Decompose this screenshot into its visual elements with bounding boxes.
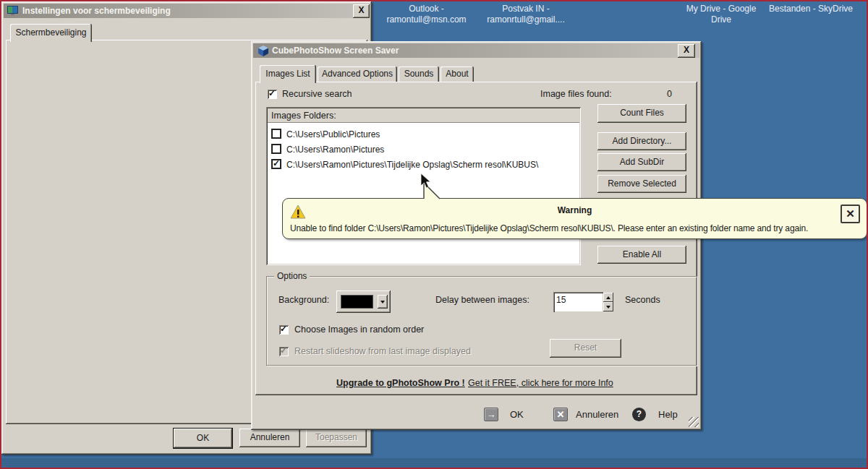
close-icon[interactable]: X [353, 4, 370, 18]
close-icon[interactable]: X [678, 44, 695, 58]
warning-balloon: Warning Unable to find folder C:\Users\R… [282, 198, 867, 239]
recursive-search-checkbox[interactable] [268, 90, 277, 99]
cancel-x-icon[interactable]: ✕ [553, 408, 568, 421]
folder-path: C:\Users\Ramon\Pictures [286, 145, 384, 155]
browser-tab-outlook[interactable]: Outlook - ramontull@msn.com [374, 4, 479, 25]
folder-checkbox[interactable] [271, 144, 281, 154]
ok-button[interactable]: OK [174, 429, 232, 448]
restart-slideshow-checkbox [279, 347, 289, 356]
free-info-link[interactable]: Get it FREE, click here for more Info [468, 378, 613, 388]
settings-dialog-titlebar[interactable]: Instellingen voor schermbeveiliging [4, 4, 370, 18]
spin-up-icon[interactable] [603, 293, 613, 302]
chevron-down-icon[interactable] [378, 295, 388, 309]
dialog-ok-button[interactable]: OK [510, 409, 524, 420]
add-directory-button[interactable]: Add Directory... [597, 132, 686, 150]
mouse-cursor [420, 173, 435, 192]
tab-label: Schermbeveiliging [15, 27, 86, 38]
balloon-message: Unable to find folder C:\Users\Ramon\Pic… [290, 223, 808, 233]
group-legend: Options [274, 271, 310, 281]
settings-dialog-title: Instellingen voor schermbeveiliging [22, 6, 171, 16]
apply-button[interactable]: Toepassen [306, 429, 367, 447]
browser-tab-postvak[interactable]: Postvak IN - ramonrtull@gmail.... [472, 4, 580, 25]
folder-path: C:\Users\Public\Pictures [286, 129, 380, 139]
restart-slideshow-label: Restart slideshow from last image displa… [294, 346, 471, 356]
add-subdir-button[interactable]: Add SubDir [597, 153, 686, 171]
remove-selected-button[interactable]: Remove Selected [597, 175, 686, 193]
tab-title-line: ramonrtull@gmail.... [472, 14, 580, 25]
ok-arrow-icon[interactable]: → [484, 408, 498, 421]
balloon-title: Warning [283, 205, 867, 215]
folder-checkbox[interactable] [271, 159, 281, 169]
files-found-value: 0 [667, 89, 672, 99]
tab-about[interactable]: About [441, 66, 474, 82]
upgrade-link[interactable]: Upgrade to gPhotoShow Pro ! [336, 378, 465, 388]
delay-label: Delay between images: [435, 295, 529, 305]
tab-sounds[interactable]: Sounds [399, 66, 439, 82]
resize-grip[interactable] [689, 417, 699, 427]
tab-images-list[interactable]: Images List [260, 65, 316, 83]
random-order-checkbox[interactable] [279, 325, 289, 335]
cube-icon [258, 46, 269, 56]
tab-title-line: Drive [667, 14, 775, 25]
random-order-label: Choose Images in random order [294, 324, 424, 335]
background-label: Background: [278, 295, 329, 305]
count-files-button[interactable]: Count Files [597, 104, 686, 123]
cancel-button[interactable]: Annuleren [239, 429, 300, 447]
balloon-close-icon[interactable]: ✕ [841, 205, 860, 223]
browser-tab-skydrive[interactable]: Bestanden - SkyDrive [754, 4, 868, 14]
tab-title-line: ramontull@msn.com [374, 14, 479, 25]
color-swatch [341, 295, 373, 309]
dialog-help-button[interactable]: Help [658, 409, 678, 420]
folder-checkbox[interactable] [271, 129, 281, 139]
tab-title-line: Bestanden - SkyDrive [754, 4, 868, 14]
delay-value[interactable]: 15 [553, 292, 603, 312]
help-icon[interactable]: ? [632, 408, 646, 421]
seconds-label: Seconds [625, 295, 660, 305]
folders-header: Images Folders: [268, 108, 579, 123]
tab-advanced-options[interactable]: Advanced Options [318, 66, 397, 82]
desktop-bottom-band [1, 458, 867, 468]
files-found-label: Image files found: [540, 89, 612, 99]
tab-title-line: Postvak IN - [472, 4, 580, 14]
dialog-cancel-button[interactable]: Annuleren [576, 409, 618, 420]
spin-down-icon[interactable] [603, 302, 613, 311]
delay-stepper[interactable]: 15 [553, 292, 613, 312]
cube-dialog-title: CubePhotoShow Screen Saver [272, 46, 399, 56]
tab-schermbeveiliging[interactable]: Schermbeveiliging [10, 24, 92, 42]
background-color-picker[interactable] [336, 291, 391, 313]
recursive-search-label: Recursive search [282, 89, 352, 99]
cube-dialog-titlebar[interactable]: CubePhotoShow Screen Saver [253, 43, 699, 58]
enable-all-button[interactable]: Enable All [597, 246, 686, 264]
tab-title-line: Outlook - [374, 4, 479, 14]
reset-button: Reset [550, 339, 621, 358]
display-icon [7, 6, 20, 16]
folder-path: C:\Users\Ramon\Pictures\Tijdelijke Opsla… [286, 160, 538, 170]
